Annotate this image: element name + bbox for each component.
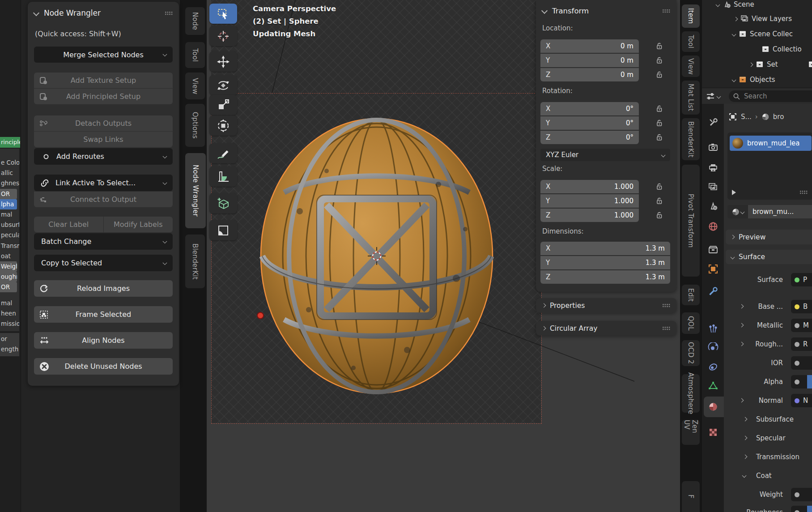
alpha-field[interactable] (791, 375, 812, 388)
tab-atmosphere[interactable]: Atmosphere (682, 374, 700, 413)
swap-links-button[interactable]: Swap Links (34, 132, 173, 147)
tab-item[interactable]: Item (682, 4, 700, 28)
tab-zen-uv[interactable]: Zen UV (682, 420, 700, 445)
chevron-down-icon[interactable] (732, 32, 736, 36)
material-browse-button[interactable] (727, 205, 748, 218)
lock-icon[interactable] (655, 131, 664, 144)
clear-label-button[interactable]: Clear Label (34, 217, 103, 232)
chevron-down-icon[interactable] (732, 77, 736, 82)
copy-to-selected-dropdown[interactable]: Copy to Selected (34, 255, 173, 271)
tab-view[interactable]: View (682, 55, 700, 77)
coat-roughness-field[interactable] (791, 506, 812, 512)
select-box-tool-button[interactable] (209, 4, 237, 24)
measure-tool-button[interactable] (209, 166, 237, 187)
panel-collapse-chevron-icon[interactable] (33, 10, 39, 16)
tab-view[interactable]: View (185, 73, 205, 99)
panel-drag-handle-icon[interactable] (165, 11, 173, 15)
chevron-right-icon[interactable] (740, 398, 744, 403)
chevron-down-icon[interactable] (742, 474, 747, 478)
particles-properties-tab[interactable] (708, 324, 718, 334)
lock-icon[interactable] (655, 54, 664, 67)
material-name-field[interactable]: brown_mu... (748, 205, 812, 218)
circular-array-collapsed-panel[interactable]: Circular Array (536, 321, 676, 336)
scale-x-field[interactable]: X1.000 (540, 180, 639, 193)
output-properties-tab[interactable] (708, 162, 718, 173)
chevron-down-icon[interactable] (716, 2, 720, 7)
panel-drag-handle-icon[interactable] (662, 9, 670, 13)
shader-value-field[interactable]: P (791, 273, 812, 286)
tab-partial[interactable]: F (682, 481, 700, 512)
tab-tool[interactable]: Tool (185, 42, 205, 68)
dimensions-x-field[interactable]: X1.3 m (540, 242, 670, 255)
collection-properties-tab[interactable] (708, 244, 718, 255)
lock-icon[interactable] (655, 180, 664, 193)
lock-icon[interactable] (655, 39, 664, 53)
outliner-row-scene-collection[interactable]: Scene Collec (732, 28, 793, 40)
surface-panel-header[interactable]: Surface (726, 250, 812, 264)
breadcrumb-material[interactable]: bro (773, 113, 784, 121)
panel-collapse-chevron-icon[interactable] (541, 8, 548, 14)
transform-tool-button[interactable] (209, 115, 237, 136)
location-z-field[interactable]: Z0 m (540, 68, 639, 81)
constraints-properties-tab[interactable] (708, 362, 718, 372)
location-y-field[interactable]: Y0 m (540, 54, 639, 67)
world-properties-tab[interactable] (708, 221, 718, 232)
physics-properties-tab[interactable] (708, 342, 718, 353)
material-slot-list[interactable]: brown_mud_lea (727, 132, 812, 200)
metallic-field[interactable]: M (791, 319, 812, 332)
panel-drag-handle-icon[interactable] (662, 326, 670, 330)
lock-icon[interactable] (655, 194, 664, 208)
modify-labels-button[interactable]: Modify Labels (104, 217, 173, 232)
material-slot-selected[interactable]: brown_mud_lea (730, 136, 812, 151)
scene-properties-tab[interactable] (708, 201, 718, 212)
breadcrumb-object[interactable]: S... (741, 113, 752, 121)
list-drag-handle-icon[interactable] (799, 190, 808, 194)
render-properties-tab[interactable] (708, 142, 718, 153)
outliner-row-collection[interactable]: Collectio (761, 43, 802, 55)
chevron-right-icon[interactable] (734, 17, 738, 21)
normal-field[interactable]: N (791, 394, 812, 407)
tab-tool[interactable]: Tool (682, 31, 700, 52)
dimensions-z-field[interactable]: Z1.3 m (540, 270, 670, 284)
add-reroutes-dropdown[interactable]: Add Reroutes (34, 148, 173, 165)
tab-blenderkit[interactable]: BlenderKit (682, 118, 700, 160)
lock-icon[interactable] (655, 209, 664, 222)
tab-options[interactable]: Options (185, 104, 205, 147)
scale-tool-button[interactable] (209, 95, 237, 115)
object-data-properties-tab[interactable] (708, 380, 718, 391)
material-id-selector[interactable]: brown_mu... (727, 205, 812, 218)
tab-mat-list[interactable]: Mat List (682, 81, 700, 115)
frame-selected-button[interactable]: Frame Selected (34, 306, 173, 323)
lock-icon[interactable] (655, 116, 664, 130)
modifier-properties-tab[interactable] (708, 286, 718, 297)
tab-ocd-2[interactable]: OCD 2 (682, 340, 700, 366)
view-layer-properties-tab[interactable] (708, 182, 718, 193)
outliner-row-set[interactable]: Set (749, 58, 778, 71)
specials-triangle-icon[interactable] (732, 190, 736, 195)
add-texture-setup-button[interactable]: Add Texture Setup (34, 73, 173, 88)
outliner-row-view-layers[interactable]: View Layers (734, 13, 792, 25)
preview-panel-header[interactable]: Preview (726, 230, 812, 244)
search-field[interactable] (729, 90, 812, 102)
annotate-tool-button[interactable] (209, 143, 237, 163)
rotation-mode-dropdown[interactable]: XYZ Euler (540, 149, 670, 161)
tab-qol[interactable]: QOL (682, 312, 700, 334)
connect-to-output-button[interactable]: Connect to Output (34, 192, 173, 207)
chevron-right-icon[interactable] (740, 323, 744, 328)
cursor-tool-button[interactable] (209, 26, 237, 46)
tab-node-wrangler[interactable]: Node Wrangler (185, 153, 206, 228)
properties-collapsed-panel[interactable]: Properties (536, 298, 676, 313)
add-cube-tool-button[interactable] (209, 193, 237, 213)
align-nodes-button[interactable]: Align Nodes (34, 332, 173, 349)
detach-outputs-button[interactable]: Detach Outputs (34, 115, 173, 131)
ior-field[interactable] (791, 356, 812, 370)
editor-type-dropdown[interactable] (706, 91, 725, 102)
tab-blenderkit[interactable]: BlenderKit (185, 235, 205, 288)
outliner-row-scene[interactable]: Scene (716, 0, 754, 11)
chevron-right-icon[interactable] (743, 417, 748, 422)
rotation-x-field[interactable]: X0° (540, 102, 639, 115)
base-color-field[interactable]: B (791, 300, 812, 313)
rotation-y-field[interactable]: Y0° (540, 116, 639, 130)
chevron-right-icon[interactable] (740, 342, 744, 346)
panel-drag-handle-icon[interactable] (662, 303, 670, 307)
